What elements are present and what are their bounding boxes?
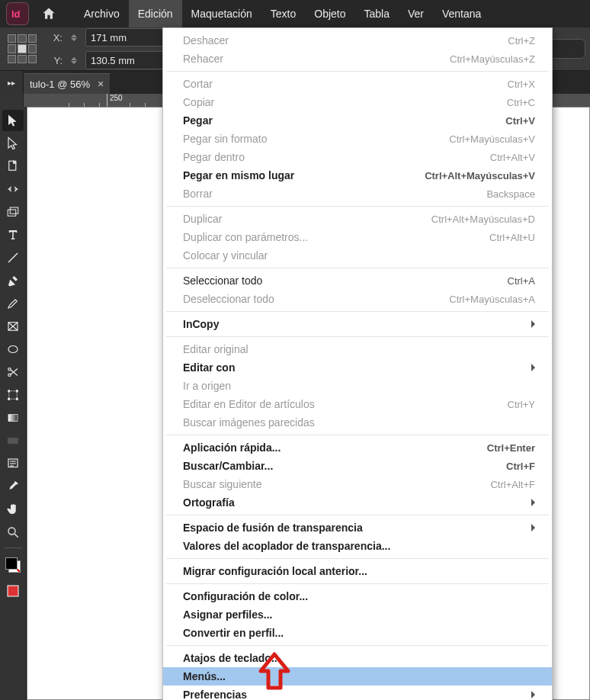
svg-point-29 xyxy=(8,528,15,535)
submenu-arrow-icon xyxy=(531,524,535,531)
rectangle-frame-tool-icon[interactable] xyxy=(2,316,24,337)
menu-objeto[interactable]: Objeto xyxy=(305,0,354,27)
menu-item-duplicar-con-par-metros: Duplicar con parámetros...Ctrl+Alt+U xyxy=(163,228,552,246)
scissors-tool-icon[interactable] xyxy=(2,361,24,383)
menu-item-preferencias[interactable]: Preferencias xyxy=(163,686,552,700)
menu-maquetacion[interactable]: Maquetación xyxy=(182,0,261,27)
ruler-origin-icon[interactable] xyxy=(0,94,24,108)
edicion-dropdown: DeshacerCtrl+ZRehacerCtrl+Mayúsculas+ZCo… xyxy=(162,27,553,700)
page-tool-icon[interactable] xyxy=(2,156,24,177)
menu-separator xyxy=(166,268,549,268)
menu-item-shortcut: Ctrl+F xyxy=(506,461,535,472)
reference-point-grid[interactable] xyxy=(8,34,37,63)
svg-rect-19 xyxy=(8,438,9,439)
line-tool-icon[interactable] xyxy=(2,247,24,268)
apply-color-icon[interactable] xyxy=(2,580,24,602)
ellipse-tool-icon[interactable] xyxy=(2,339,24,360)
menu-item-incopy[interactable]: InCopy xyxy=(163,315,552,333)
menu-item-atajos-de-teclado[interactable]: Atajos de teclado... xyxy=(163,649,552,667)
menu-item-label: Deseleccionar todo xyxy=(183,293,274,305)
y-field[interactable]: 130.5 mm xyxy=(85,51,165,69)
menu-item-valores-del-acoplador-de-transparencia[interactable]: Valores del acoplador de transparencia..… xyxy=(163,537,552,555)
menu-separator xyxy=(166,336,549,337)
menu-item-men-s[interactable]: Menús... xyxy=(163,667,552,686)
menu-item-label: Colocar y vincular xyxy=(183,249,268,262)
menu-item-shortcut: Ctrl+Alt+F xyxy=(490,479,535,490)
panel-collapse-icon[interactable]: ▸▸ xyxy=(0,71,24,94)
document-tab[interactable]: tulo-1 @ 56% × xyxy=(24,73,111,94)
menu-archivo[interactable]: Archivo xyxy=(75,0,129,27)
menu-item-convertir-en-perfil[interactable]: Convertir en perfil... xyxy=(163,624,552,642)
menu-item-label: Rehacer xyxy=(183,53,223,65)
menu-texto[interactable]: Texto xyxy=(261,0,305,27)
menu-separator xyxy=(166,206,549,207)
menu-item-shortcut: Ctrl+Enter xyxy=(487,442,535,454)
direct-selection-tool-icon[interactable] xyxy=(2,133,24,154)
menu-item-editar-original: Editar original xyxy=(163,340,552,358)
menu-item-ir-a-origen: Ir a origen xyxy=(163,377,552,395)
menu-item-label: Editar original xyxy=(183,343,249,355)
type-tool-icon[interactable] xyxy=(2,224,24,246)
menu-item-label: Cortar xyxy=(183,78,213,90)
note-tool-icon[interactable] xyxy=(2,453,24,474)
gradient-swatch-tool-icon[interactable] xyxy=(2,407,24,429)
menu-item-label: Buscar/Cambiar... xyxy=(183,460,273,472)
menu-item-asignar-perfiles[interactable]: Asignar perfiles... xyxy=(163,605,552,624)
content-collector-tool-icon[interactable] xyxy=(2,201,24,223)
hand-tool-icon[interactable] xyxy=(2,499,24,520)
svg-rect-3 xyxy=(10,207,18,214)
submenu-arrow-icon xyxy=(531,499,535,506)
menu-item-label: Ir a origen xyxy=(183,380,231,392)
svg-point-8 xyxy=(8,346,18,353)
menu-item-label: Copiar xyxy=(183,96,214,108)
menu-item-configuraci-n-de-color[interactable]: Configuración de color... xyxy=(163,587,552,605)
menu-tabla[interactable]: Tabla xyxy=(355,0,399,27)
submenu-arrow-icon xyxy=(531,320,535,328)
menu-item-label: Editar con xyxy=(183,361,235,374)
menu-item-seleccionar-todo[interactable]: Seleccionar todoCtrl+A xyxy=(163,271,552,290)
menu-item-label: Aplicación rápida... xyxy=(183,442,281,454)
svg-rect-31 xyxy=(8,586,18,596)
free-transform-tool-icon[interactable] xyxy=(2,384,24,406)
menu-item-shortcut: Ctrl+Alt+Mayúsculas+V xyxy=(425,170,535,181)
menu-item-pegar-dentro: Pegar dentroCtrl+Alt+V xyxy=(163,148,552,166)
menu-item-aplicaci-n-r-pida[interactable]: Aplicación rápida...Ctrl+Enter xyxy=(163,438,552,457)
y-label: Y: xyxy=(50,55,63,66)
menu-item-buscar-cambiar[interactable]: Buscar/Cambiar...Ctrl+F xyxy=(163,457,552,475)
menu-item-ortograf-a[interactable]: Ortografía xyxy=(163,493,552,512)
menu-item-label: Atajos de teclado... xyxy=(183,652,281,664)
menu-item-pegar[interactable]: PegarCtrl+V xyxy=(163,111,552,130)
x-stepper[interactable] xyxy=(69,29,79,46)
menu-item-espacio-de-fusi-n-de-transparencia[interactable]: Espacio de fusión de transparencia xyxy=(163,519,552,537)
menu-item-deseleccionar-todo: Deseleccionar todoCtrl+Mayúsculas+A xyxy=(163,290,552,308)
svg-point-14 xyxy=(8,398,10,400)
zoom-tool-icon[interactable] xyxy=(2,522,24,543)
menu-item-label: Convertir en perfil... xyxy=(183,627,284,639)
pen-tool-icon[interactable] xyxy=(2,270,24,291)
svg-line-30 xyxy=(14,534,18,538)
menu-separator xyxy=(166,435,549,435)
y-stepper[interactable] xyxy=(69,52,79,69)
menu-ventana[interactable]: Ventana xyxy=(433,0,490,27)
close-icon[interactable]: × xyxy=(98,78,104,90)
menu-edicion[interactable]: Edición xyxy=(129,0,182,27)
menu-item-editar-en-editor-de-art-culos: Editar en Editor de artículosCtrl+Y xyxy=(163,395,552,413)
svg-point-12 xyxy=(8,390,10,392)
selection-tool-icon[interactable] xyxy=(2,110,24,131)
eyedropper-tool-icon[interactable] xyxy=(2,476,24,497)
menu-item-cortar: CortarCtrl+X xyxy=(163,75,552,93)
gap-tool-icon[interactable] xyxy=(2,178,24,200)
menu-item-editar-con[interactable]: Editar con xyxy=(163,358,552,377)
menu-item-pegar-en-mismo-lugar[interactable]: Pegar en mismo lugarCtrl+Alt+Mayúsculas+… xyxy=(163,166,552,185)
pencil-tool-icon[interactable] xyxy=(2,293,24,314)
x-field[interactable]: 171 mm xyxy=(85,28,165,47)
menu-item-borrar: BorrarBackspace xyxy=(163,185,552,203)
menu-item-label: Configuración de color... xyxy=(183,590,308,602)
home-icon[interactable] xyxy=(38,3,59,24)
menu-item-label: InCopy xyxy=(183,318,219,330)
menu-item-migrar-configuraci-n-local-anterior[interactable]: Migrar configuración local anterior... xyxy=(163,562,552,580)
menu-ver[interactable]: Ver xyxy=(399,0,433,27)
fill-stroke-swatch[interactable] xyxy=(5,557,21,573)
gradient-feather-tool-icon[interactable] xyxy=(2,430,24,451)
submenu-arrow-icon xyxy=(531,364,535,371)
